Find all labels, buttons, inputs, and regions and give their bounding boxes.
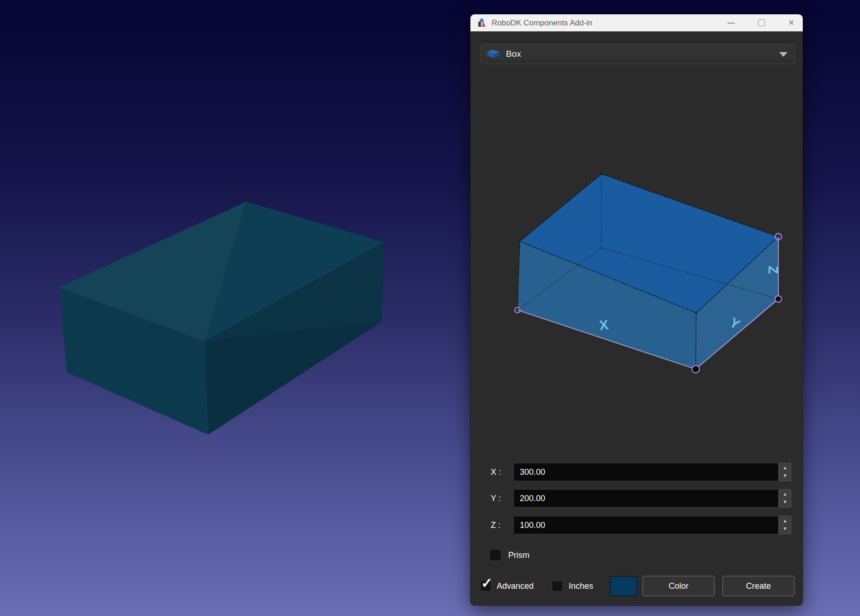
prism-checkbox[interactable]: [489, 549, 501, 561]
y-spinner-up-button[interactable]: ▲: [779, 490, 791, 498]
y-spinner: ▲ ▼: [779, 489, 791, 508]
robodk-logo-icon: [476, 18, 487, 28]
z-spinner-up-button[interactable]: ▲: [779, 516, 791, 525]
robodk-components-dialog: RoboDK Components Add-in ✕ Box: [470, 14, 803, 605]
window-title: RoboDK Components Add-in: [492, 14, 592, 31]
x-spinner-down-button[interactable]: ▼: [779, 472, 791, 481]
minimize-button[interactable]: [721, 14, 742, 31]
inches-checkbox-label: Inches: [569, 576, 593, 596]
x-spinner-up-button[interactable]: ▲: [779, 463, 791, 472]
check-icon: ✓: [481, 575, 493, 591]
advanced-checkbox[interactable]: ✓: [480, 580, 491, 592]
x-dimension-input[interactable]: 300.00: [513, 463, 779, 481]
box-preview-3d: X Y Z: [470, 31, 803, 447]
corner-handle-bottom-front[interactable]: [692, 365, 699, 373]
inches-checkbox[interactable]: [552, 580, 563, 592]
axis-label-x: X: [599, 317, 609, 333]
x-field-label: X :: [491, 463, 501, 481]
z-spinner-down-button[interactable]: ▼: [779, 525, 791, 534]
prism-checkbox-label: Prism: [508, 549, 529, 561]
x-dimension-row: X : 300.00 ▲ ▼: [470, 463, 803, 481]
desktop: RoboDK Components Add-in ✕ Box: [0, 0, 860, 616]
axis-label-z: Z: [766, 266, 781, 274]
z-field-label: Z :: [491, 516, 500, 534]
z-dimension-row: Z : 100.00 ▲ ▼: [470, 516, 803, 534]
color-swatch[interactable]: [610, 576, 637, 596]
corner-handle-bottom-right[interactable]: [775, 296, 782, 302]
close-button[interactable]: ✕: [781, 14, 802, 31]
y-field-label: Y :: [491, 489, 501, 508]
maximize-button[interactable]: [751, 14, 772, 31]
maximize-icon: [758, 19, 765, 26]
advanced-checkbox-label: Advanced: [497, 576, 534, 596]
z-dimension-input[interactable]: 100.00: [513, 516, 779, 534]
x-spinner: ▲ ▼: [779, 463, 791, 481]
y-spinner-down-button[interactable]: ▼: [779, 498, 791, 507]
color-button[interactable]: Color: [643, 576, 715, 596]
bottom-action-row: ✓ Advanced Inches Color Create: [470, 576, 803, 596]
create-button[interactable]: Create: [722, 576, 794, 596]
close-icon: ✕: [781, 14, 802, 31]
scene-box-right-shade: [204, 322, 382, 435]
z-spinner: ▲ ▼: [779, 516, 791, 534]
titlebar[interactable]: RoboDK Components Add-in ✕: [470, 14, 803, 31]
minimize-icon: [728, 23, 735, 24]
y-dimension-row: Y : 200.00 ▲ ▼: [470, 489, 803, 508]
y-dimension-input[interactable]: 200.00: [513, 489, 779, 508]
